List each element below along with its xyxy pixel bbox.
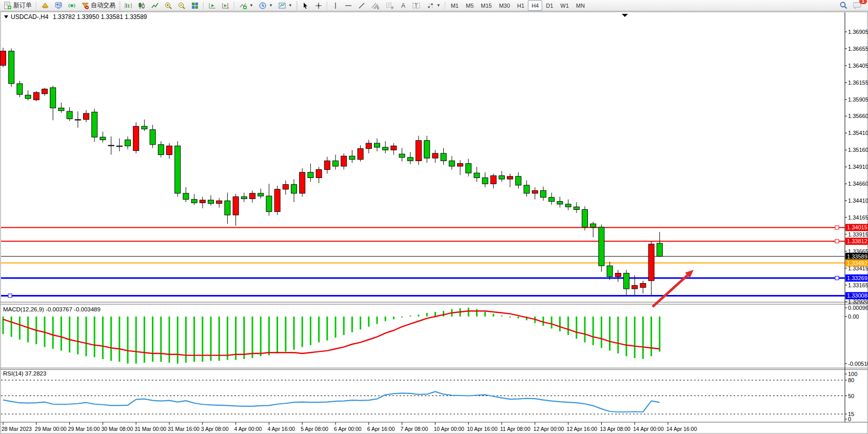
candle [133, 126, 139, 151]
timeframe-button-h1[interactable]: H1 [514, 0, 528, 11]
candle [308, 172, 313, 178]
periods-button[interactable]: ▼ [256, 0, 275, 11]
timeframe-button-d1[interactable]: D1 [542, 0, 557, 11]
time-tick-label: 14 Apr 00:00 [633, 426, 664, 432]
macd-bar [443, 311, 444, 317]
navigator-button[interactable] [65, 0, 78, 11]
candle [366, 143, 371, 149]
time-tick-label: 10 Apr 16:00 [467, 426, 498, 432]
candle [358, 149, 363, 160]
price-tick-label: 1.35160 [848, 147, 868, 153]
candle [624, 273, 629, 289]
macd-bar [293, 317, 295, 350]
market-watch-button[interactable] [38, 0, 52, 11]
templates-button[interactable]: ▼ [275, 0, 295, 11]
time-tick-label: 12 Apr 16:00 [567, 426, 598, 432]
cursor-button[interactable] [299, 0, 312, 11]
candle [25, 95, 31, 98]
timeframe-button-m1[interactable]: M1 [447, 0, 462, 11]
svg-text:E: E [377, 6, 380, 10]
timeframe-button-w1[interactable]: W1 [557, 0, 573, 11]
price-tick-label: 1.35660 [848, 113, 868, 119]
text-button[interactable]: A [397, 0, 409, 11]
macd-bar [69, 317, 70, 352]
timeframe-button-m30[interactable]: M30 [496, 0, 514, 11]
candle [100, 137, 106, 140]
macd-bar [243, 317, 245, 359]
line-handle[interactable] [835, 276, 839, 280]
macd-bar [260, 317, 262, 356]
candle [150, 130, 155, 145]
trendline-button[interactable] [355, 0, 368, 11]
auto-scroll-button[interactable] [206, 0, 219, 11]
candle [225, 201, 230, 215]
macd-bar [393, 317, 394, 319]
time-tick-label: 13 Apr 08:00 [600, 426, 630, 432]
candle [607, 266, 613, 277]
crosshair-button[interactable] [312, 0, 325, 11]
timeframe-button-mn[interactable]: MN [573, 0, 588, 11]
candle [507, 176, 513, 179]
price-tick-label: 1.34410 [848, 198, 868, 204]
arrows-button[interactable]: ▼ [424, 0, 443, 11]
macd-bar [518, 317, 519, 319]
macd-bar [227, 317, 228, 360]
macd-bar [484, 312, 486, 317]
zoom-in-button[interactable] [162, 0, 175, 11]
price-flag-label: 1.33008 [847, 292, 867, 299]
macd-bar [418, 314, 420, 317]
line-handle[interactable] [8, 294, 12, 298]
time-tick-label: 6 Apr 16:00 [367, 426, 395, 432]
tile-windows-button[interactable] [188, 0, 202, 11]
chevron-down-icon: ▼ [249, 3, 253, 8]
bar-chart-button[interactable] [122, 0, 135, 11]
data-window-button[interactable] [52, 0, 65, 11]
macd-bar [368, 317, 369, 327]
toolbar-grip [296, 2, 298, 10]
candle-chart-icon [137, 2, 146, 10]
timeframe-button-m5[interactable]: M5 [462, 0, 477, 11]
toolbar-separator [203, 2, 204, 10]
macd-bar [61, 317, 62, 351]
search-button[interactable] [837, 0, 851, 11]
macd-bar [335, 317, 337, 338]
time-tick-label: 11 Apr 08:00 [500, 426, 530, 432]
candle [499, 176, 505, 180]
data-window-icon [54, 2, 63, 10]
rsi-label: RSI(14) 37.2823 [3, 370, 46, 377]
macd-bar [650, 317, 652, 356]
timeframe-button-m15[interactable]: M15 [477, 0, 495, 11]
candle [316, 170, 322, 178]
candle-chart-button[interactable] [135, 0, 148, 11]
new-order-button[interactable]: 新订单 [1, 0, 34, 11]
label-button[interactable]: T [409, 0, 424, 11]
macd-bar [77, 317, 78, 354]
rsi-tick-label: 50 [848, 393, 854, 399]
line-handle[interactable] [835, 226, 839, 229]
hline-button[interactable] [342, 0, 355, 11]
macd-bar [492, 314, 494, 317]
candle [333, 161, 339, 166]
fibonacci-button[interactable]: F [383, 0, 397, 11]
channel-button[interactable]: E [368, 0, 383, 11]
auto-scroll-icon [208, 2, 216, 10]
vline-button[interactable] [329, 0, 342, 11]
macd-bar [310, 317, 311, 345]
line-handle[interactable] [835, 240, 839, 243]
zoom-out-button[interactable] [175, 0, 188, 11]
candle [590, 224, 596, 227]
macd-bar [567, 317, 569, 335]
notifications-button[interactable]: 1 [851, 0, 865, 11]
candle [648, 244, 654, 281]
macd-bar [94, 317, 95, 357]
line-chart-button[interactable] [148, 0, 162, 11]
chart-shift-button[interactable] [219, 0, 232, 11]
indicators-button[interactable]: ▼ [236, 0, 256, 11]
timeframe-button-h4[interactable]: H4 [528, 0, 542, 11]
bar-chart-icon [124, 2, 132, 10]
chevron-down-icon: ▼ [269, 3, 273, 8]
candle [349, 156, 355, 160]
macd-bar [626, 317, 627, 356]
auto-trading-button[interactable]: 自动交易 [78, 0, 118, 11]
macd-bar [160, 317, 162, 362]
